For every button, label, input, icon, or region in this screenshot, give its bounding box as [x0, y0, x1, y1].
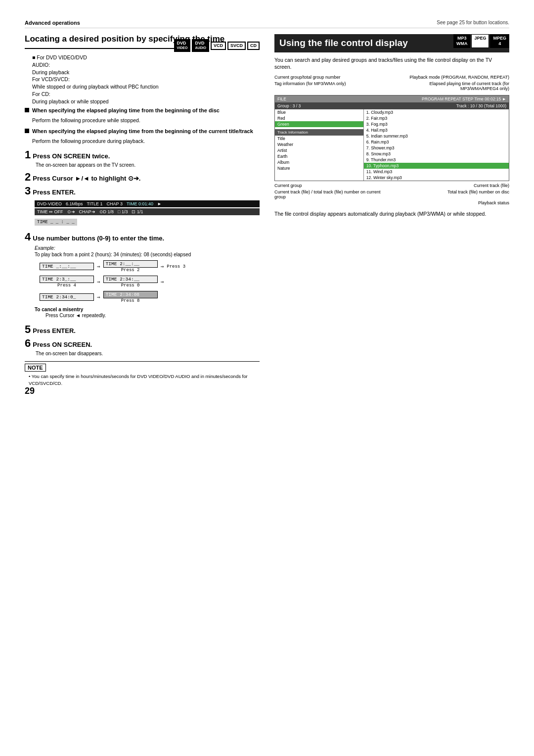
fc-groupbar: Group : 3 / 3 Track : 10 / 30 (Total 100… [275, 102, 509, 109]
info-album: Album [275, 159, 363, 165]
ann-playback-status: Playback status [274, 200, 509, 205]
track-12: 12. Winter sky.mp3 [364, 175, 509, 181]
info-title: Title [275, 136, 363, 142]
osd-bar-1: DVD-VIDEO 6.1Mbps TITLE 1 CHAP 3 TIME 0:… [35, 200, 260, 207]
page-header: Advanced operations See page 25 for butt… [25, 20, 509, 28]
note-heading: NOTE [25, 364, 46, 372]
track-11: 11. Wind.mp3 [364, 169, 509, 175]
step-3-action: Press ENTER. [33, 189, 76, 196]
track-4: 4. Hail.mp3 [364, 127, 509, 133]
press-0-label: Press 0 [121, 283, 140, 288]
page-number: 29 [25, 386, 35, 396]
track-2: 2. Fair.mp3 [364, 115, 509, 121]
bullet-section-1: When specifying the elapsed playing time… [25, 107, 260, 124]
cancel-heading: To cancel a misentry [35, 307, 83, 312]
step-6-action: Press ON SCREEN. [33, 341, 92, 348]
fc-track-info-bar: Track : 10 / 30 (Total 1000) [456, 103, 506, 108]
info-weather: Weather [275, 142, 363, 147]
fc-tracks-panel: 1. Cloudy.mp3 2. Fair.mp3 3. Fog.mp3 4. … [364, 109, 509, 181]
bullet2-sub: Perform the following procedure during p… [32, 138, 260, 145]
arrow-2: ⇒ [97, 279, 100, 285]
step-4-example: Example: To play back from a point 2 (ho… [35, 245, 260, 318]
fc-groups-panel: Blue Red Green Track Information Title W… [275, 109, 364, 181]
section-label: Advanced operations [25, 20, 80, 26]
ann-current-group: Current group/total group number [274, 75, 341, 80]
right-description: You can search and play desired groups a… [274, 56, 509, 71]
step-1-action: Press ON SCREEN twice. [33, 152, 110, 160]
bullet-section-2: When specifying the elapsed playing time… [25, 128, 260, 144]
osd-mbps: 6.1Mbps [66, 201, 83, 206]
note-section: NOTE • You can specify time in hours/min… [25, 361, 260, 386]
track-6: 6. Rain.mp3 [364, 139, 509, 145]
ann-current-track-file: Current track (file) [474, 183, 509, 188]
annotation-mid: Tag information (for MP3/WMA only) Elaps… [274, 81, 509, 91]
step-1: 1 Press ON SCREEN twice. [25, 148, 260, 161]
time-box-2b: TIME 2:34:__ [103, 276, 158, 283]
file-control-display: FILE PROGRAM REPEAT STEP Time 00:02:15 ►… [274, 95, 509, 181]
arrow-2b: ⇒ [161, 279, 164, 285]
arrow-1: ⇒ [97, 263, 100, 270]
cancel-section: To cancel a misentry Press Cursor ◄ repe… [35, 306, 260, 318]
right-footer-text: The file control display appears automat… [274, 210, 509, 218]
svcd-badge: SVCD [227, 42, 246, 50]
track-3: 3. Fog.mp3 [364, 121, 509, 127]
annotation-top: Current group/total group number Playbac… [274, 75, 509, 80]
osd-sq2: ⊡ 1/1 [132, 209, 143, 214]
time-box-1a: TIME _:__:__ [40, 263, 94, 270]
step-2: 2 Press Cursor ►/◄ to highlight ⊙➔. [25, 171, 260, 184]
time-box-1b: TIME 2:__:__ [103, 260, 158, 268]
mpeg4-badge: MPEG4 [490, 34, 509, 48]
ann-playback-mode: Playback mode (PROGRAM, RANDOM, REPEAT) [409, 75, 509, 80]
fc-body: Blue Red Green Track Information Title W… [275, 109, 509, 181]
osd-cd: ⊙D 1/8 [99, 209, 114, 214]
step-6: 6 Press ON SCREEN. [25, 337, 260, 350]
right-column: MP3WMA JPEG MPEG4 Using the file control… [274, 34, 509, 386]
osd-sq1: □ 1/3 [118, 209, 128, 214]
step-6-sub: The on-screen bar disappears. [36, 351, 260, 356]
for-dvd-note: ■ For DVD VIDEO/DVD AUDIO: During playba… [32, 54, 260, 105]
track-8: 8. Snow.mp3 [364, 151, 509, 157]
osd-title: TITLE 1 [87, 201, 103, 206]
osd-time: TIME 0:01:40 [127, 201, 153, 206]
info-artist: Artist [275, 147, 363, 153]
format-badges: MP3WMA JPEG MPEG4 [453, 34, 509, 48]
info-earth: Earth [275, 153, 363, 159]
osd-dvd-video: DVD-VIDEO [37, 201, 62, 206]
press-4-label: Press 4 [57, 283, 76, 288]
annotation-bottom2: Current track (file) / total track (file… [274, 189, 509, 199]
press-2-label: Press 2 [121, 268, 140, 273]
example-text: To play back from a point 2 (hours): 34 … [35, 252, 260, 257]
osd-bar-2: TIME ⇔ OFF ⊙➔ CHAP➔ ⊙D 1/8 □ 1/3 ⊡ 1/1 [35, 208, 260, 215]
osd-container: DVD-VIDEO 6.1Mbps TITLE 1 CHAP 3 TIME 0:… [35, 200, 260, 226]
time-row-1: TIME _:__:__ ⇒ TIME 2:__:__ Press 2 ⇒ Pr… [40, 260, 260, 273]
time-box-3a: TIME 2:34:0_ [40, 293, 94, 301]
left-column: Locating a desired position by specifyin… [25, 34, 260, 386]
bullet-text-1: When specifying the elapsed playing time… [32, 107, 220, 114]
see-page-note: See page 25 for button locations. [437, 20, 509, 25]
right-footer-desc: The file control display appears automat… [274, 210, 509, 218]
osd-symbol1: ⊙➔ [67, 209, 75, 214]
fc-group-info: Group : 3 / 3 [277, 103, 301, 108]
osd-time-input: TIME _ _ : _ _ [35, 219, 77, 226]
ann-total-track-disc: Total track (file) number on disc [447, 189, 509, 199]
time-diagram: TIME _:__:__ ⇒ TIME 2:__:__ Press 2 ⇒ Pr… [40, 260, 260, 303]
bullet-icon-2 [25, 129, 29, 133]
time-row-3: TIME 2:34:0_ ⇒ TIME 2:34:08 Press 8 [40, 291, 260, 303]
bullet-text-2: When specifying the elapsed playing time… [32, 128, 253, 135]
osd-chap2: CHAP➔ [79, 209, 95, 214]
time-row-2: TIME 2:3_:__ Press 4 ⇒ TIME 2:34:__ Pres… [40, 276, 260, 288]
ann-current-track-total: Current track (file) / total track (file… [274, 189, 387, 199]
ann-elapsed: Elapsed playing time of current track (f… [403, 81, 509, 91]
time-box-3b: TIME 2:34:08 [103, 291, 158, 298]
track-1: 1. Cloudy.mp3 [364, 109, 509, 115]
ann-tag-info: Tag information (for MP3/WMA only) [274, 81, 346, 91]
group-red: Red [275, 115, 363, 121]
mp3-wma-badge: MP3WMA [453, 34, 471, 48]
note-text: • You can specify time in hours/minutes/… [29, 373, 260, 386]
bullet-icon-1 [25, 108, 29, 112]
fc-right-bar: PROGRAM REPEAT STEP Time 00:02:15 ► [422, 96, 506, 101]
jpeg-badge: JPEG [471, 34, 489, 48]
group-blue: Blue [275, 109, 363, 115]
cd-badge: CD [247, 42, 260, 50]
step-5: 5 Press ENTER. [25, 323, 260, 336]
